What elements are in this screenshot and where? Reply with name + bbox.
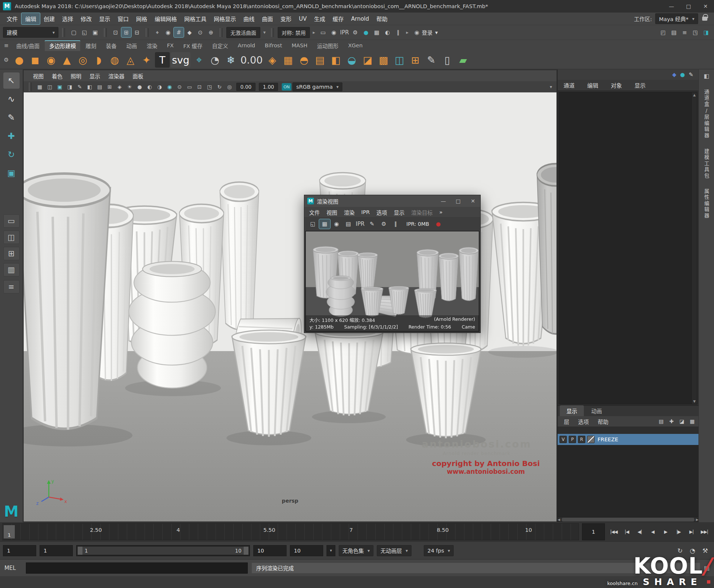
shelf-gear-icon[interactable]: ⚙ (1, 55, 11, 64)
viewport-toolbar-icon-14[interactable]: ⊙ (175, 83, 184, 91)
shelf-tool-icon-15[interactable]: ◈ (265, 52, 280, 68)
color-management-toggle[interactable]: ON (282, 83, 291, 91)
layer-visible-toggle[interactable]: V (559, 436, 567, 443)
render-image[interactable]: 大小: 1100 x 620 缩放: 0.384 (Arnold Rendere… (305, 231, 479, 332)
dock-tab-0[interactable]: 通道盒/层编辑器 (703, 89, 710, 139)
viewport-toolbar-icon-17[interactable]: ◳ (205, 83, 214, 91)
rv-minimize-button[interactable]: — (436, 195, 451, 207)
current-frame-marker[interactable]: 1 (4, 525, 15, 538)
playback-start-field[interactable]: 1 (40, 545, 73, 556)
shelf-tool-icon-8[interactable]: ✦ (139, 52, 154, 68)
layer-reference-toggle[interactable]: R (578, 436, 585, 443)
menu-item-8[interactable]: 编辑网格 (151, 13, 180, 24)
panel-top-icon-0[interactable]: ◆ (672, 71, 677, 78)
vertical-scrollbar[interactable]: ▲ ▼ (691, 92, 697, 404)
chevron-down-icon[interactable]: ▾ (550, 84, 554, 89)
menu-item-15[interactable]: 生成 (310, 13, 329, 24)
shelf-tab-10[interactable]: Bifrost (260, 41, 287, 50)
snap-icon-2[interactable]: # (174, 27, 184, 37)
shelf-tool-icon-3[interactable]: ▲ (60, 52, 74, 68)
shelf-tool-icon-21[interactable]: ◪ (360, 52, 375, 68)
range-options-dropdown[interactable]: ▾ (326, 545, 335, 556)
shelf-tool-icon-18[interactable]: ▤ (312, 52, 327, 68)
shelf-tab-13[interactable]: XGen (344, 41, 367, 50)
menu-item-3[interactable]: 选择 (58, 13, 77, 24)
menu-item-5[interactable]: 显示 (95, 13, 114, 24)
signin-button[interactable]: ◉ 登录 ▾ (412, 27, 441, 37)
layer-editor-tab-0[interactable]: 显示 (560, 405, 584, 416)
shelf-tool-icon-5[interactable]: ◗ (91, 52, 106, 68)
menu-item-0[interactable]: 文件 (3, 13, 21, 24)
statusline-right-icon-1[interactable]: ▤ (669, 27, 679, 37)
symmetry-field[interactable]: 对称: 禁用 (278, 27, 310, 38)
render-view-tool-5[interactable]: ✎ (366, 219, 378, 229)
viewport-toolbar-icon-5[interactable]: ◧ (85, 83, 94, 91)
statusline-right-icon-3[interactable]: ◳ (690, 27, 700, 37)
shelf-tool-icon-26[interactable]: ▯ (440, 52, 454, 68)
scroll-up-icon[interactable]: ▲ (693, 93, 696, 97)
playback-button-2[interactable]: ◀| (634, 526, 646, 538)
layout-button-2[interactable]: ⊞ (3, 247, 20, 260)
shelf-tab-6[interactable]: FX (162, 41, 178, 50)
gamma-field[interactable]: 1.00 (259, 83, 278, 91)
shelf-tab-7[interactable]: FX 缓存 (179, 40, 207, 51)
layout-button-1[interactable]: ◫ (3, 231, 20, 244)
file-icon-1[interactable]: ◱ (79, 27, 89, 37)
snap-icon-4[interactable]: ⊙ (195, 27, 205, 37)
viewport-menu-5[interactable]: 面板 (129, 71, 148, 81)
viewport-toolbar-icon-4[interactable]: ✎ (75, 83, 84, 91)
layer-editor-icon-1[interactable]: ✚ (667, 418, 676, 424)
shelf-tab-3[interactable]: 装备 (101, 40, 121, 51)
shelf-tool-icon-20[interactable]: ◒ (344, 52, 359, 68)
expand-arrow-icon[interactable]: ▸ (405, 30, 410, 35)
layer-playback-toggle[interactable]: P (569, 436, 576, 443)
render-icon-0[interactable]: ▭ (318, 27, 328, 37)
shelf-tab-5[interactable]: 渲染 (142, 40, 162, 51)
layer-list-empty[interactable] (558, 445, 698, 516)
render-view-menu-3[interactable]: IPR (358, 208, 373, 216)
current-frame-field[interactable]: 1 (582, 523, 605, 540)
shelf-tab-2[interactable]: 雕刻 (81, 40, 101, 51)
scroll-down-icon[interactable]: ▼ (693, 400, 696, 403)
tool-button-3[interactable]: ✚ (3, 128, 20, 144)
shelf-tool-icon-12[interactable]: ◔ (207, 52, 222, 68)
outliner-toggle-button[interactable]: ≡ (3, 280, 20, 293)
selection-mask-icon-2[interactable]: ⊟ (132, 27, 142, 37)
viewport-toolbar-icon-7[interactable]: ⊞ (105, 83, 114, 91)
render-icon-7[interactable]: ∥ (393, 27, 403, 37)
render-icon-6[interactable]: ◐ (382, 27, 392, 37)
mel-toggle[interactable]: MEL (4, 565, 22, 571)
shelf-tool-icon-24[interactable]: ⊞ (408, 52, 423, 68)
menu-item-4[interactable]: 修改 (77, 13, 95, 24)
snap-icon-0[interactable]: ⌖ (152, 27, 162, 37)
anim-layer-dropdown[interactable]: 无动画层 ▾ (377, 545, 412, 556)
selection-mask-icon-0[interactable]: ⊡ (111, 27, 121, 37)
shelf-tool-icon-14[interactable]: 0.00 (239, 52, 264, 68)
layer-menu-0[interactable]: 层 (560, 417, 573, 426)
shelf-tool-icon-2[interactable]: ◉ (44, 52, 58, 68)
animation-start-field[interactable]: 1 (3, 545, 36, 556)
menu-item-13[interactable]: 变形 (277, 13, 295, 24)
playback-button-3[interactable]: ◀ (647, 526, 659, 538)
range-start-handle[interactable] (78, 547, 82, 555)
layer-color-swatch[interactable] (587, 436, 595, 443)
lock-icon[interactable] (702, 17, 707, 21)
shelf-menu-icon[interactable]: ≡ (1, 41, 11, 50)
layer-editor-icon-2[interactable]: ◪ (678, 418, 686, 424)
channel-box-menu-1[interactable]: 编辑 (587, 81, 598, 89)
dock-icon[interactable]: ◧ (704, 72, 709, 79)
viewport-toolbar-icon-8[interactable]: ◈ (115, 83, 124, 91)
shelf-tool-icon-11[interactable]: ⌖ (192, 52, 206, 68)
shelf-tool-icon-17[interactable]: ◓ (297, 52, 311, 68)
fps-dropdown[interactable]: 24 fps ▾ (424, 545, 454, 556)
menu-item-14[interactable]: UV (295, 14, 310, 24)
shelf-tool-icon-6[interactable]: ◍ (107, 52, 122, 68)
layer-menu-1[interactable]: 选项 (574, 417, 593, 426)
frame-ruler[interactable]: 12.5045.5078.5010 1 (2, 523, 579, 540)
render-view-menu-7[interactable]: » (436, 208, 446, 216)
playback-button-5[interactable]: |▶ (673, 526, 684, 538)
tool-button-4[interactable]: ↻ (3, 146, 20, 163)
channel-box-menu-3[interactable]: 显示 (635, 81, 646, 89)
render-view-menu-6[interactable]: 渲染目标 (408, 207, 436, 217)
channel-box[interactable]: ▲ ▼ (559, 92, 697, 404)
